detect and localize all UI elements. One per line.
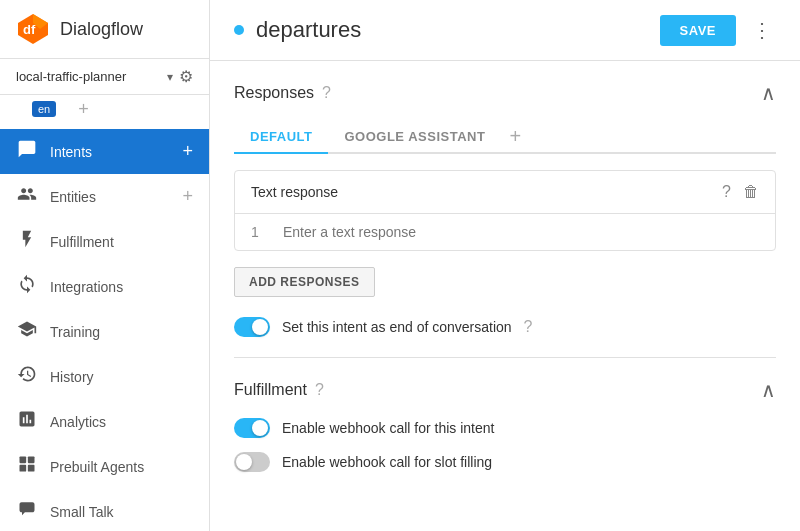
svg-text:df: df [23,22,36,37]
more-options-icon[interactable]: ⋮ [748,14,776,46]
training-label: Training [50,324,193,340]
responses-title-text: Responses [234,84,314,102]
sidebar-item-entities[interactable]: Entities + [0,174,209,219]
language-badge[interactable]: en [32,101,56,117]
fulfillment-section-header: Fulfillment ? ∧ [234,378,776,402]
sidebar-item-integrations[interactable]: Integrations [0,264,209,309]
scrollable-content: Responses ? ∧ DEFAULT GOOGLE ASSISTANT +… [210,61,800,531]
webhook-toggle-track [234,418,270,438]
fulfillment-title-text: Fulfillment [234,381,307,399]
integrations-icon [16,274,38,299]
prebuilt-agents-label: Prebuilt Agents [50,459,193,475]
agent-dropdown-icon[interactable]: ▾ [167,70,173,84]
responses-help-icon[interactable]: ? [322,84,331,102]
slot-filling-toggle-row: Enable webhook call for slot filling [234,452,776,472]
webhook-toggle-thumb [252,420,268,436]
add-tab-icon[interactable]: + [501,121,529,152]
webhook-toggle-label: Enable webhook call for this intent [282,420,494,436]
sidebar: df Dialogflow local-traffic-planner ▾ ⚙ … [0,0,210,531]
main-content-area: departures SAVE ⋮ Responses ? ∧ DEFAULT … [210,0,800,531]
webhook-toggle[interactable] [234,418,270,438]
slot-filling-toggle-label: Enable webhook call for slot filling [282,454,492,470]
slot-filling-toggle-track [234,452,270,472]
sidebar-item-fulfillment[interactable]: Fulfillment [0,219,209,264]
fulfillment-collapse-icon[interactable]: ∧ [761,378,776,402]
fulfillment-icon [16,229,38,254]
add-intent-icon[interactable]: + [182,141,193,162]
page-header: departures SAVE ⋮ [210,0,800,61]
sidebar-item-training[interactable]: Training [0,309,209,354]
intents-icon [16,139,38,164]
training-icon [16,319,38,344]
text-response-card-header: Text response ? 🗑 [235,171,775,214]
intent-status-dot [234,25,244,35]
svg-rect-4 [28,457,35,464]
response-delete-icon[interactable]: 🗑 [743,183,759,201]
sidebar-item-prebuilt-agents[interactable]: Prebuilt Agents [0,444,209,489]
entities-icon [16,184,38,209]
end-conversation-label: Set this intent as end of conversation [282,319,512,335]
dialogflow-logo-icon: df [16,12,50,46]
response-tabs: DEFAULT GOOGLE ASSISTANT + [234,121,776,154]
fulfillment-section: Fulfillment ? ∧ Enable webhook call for … [234,358,776,492]
small-talk-label: Small Talk [50,504,193,520]
integrations-label: Integrations [50,279,193,295]
response-row-number: 1 [251,224,267,240]
add-responses-button[interactable]: ADD RESPONSES [234,267,375,297]
add-entity-icon[interactable]: + [182,186,193,207]
end-conversation-toggle[interactable] [234,317,270,337]
intents-label: Intents [50,144,170,160]
fulfillment-help-icon[interactable]: ? [315,381,324,399]
slot-filling-toggle[interactable] [234,452,270,472]
analytics-label: Analytics [50,414,193,430]
response-help-icon[interactable]: ? [722,183,731,201]
svg-rect-3 [20,457,27,464]
settings-icon[interactable]: ⚙ [179,67,193,86]
history-icon [16,364,38,389]
sidebar-item-analytics[interactable]: Analytics [0,399,209,444]
toggle-track [234,317,270,337]
fulfillment-title: Fulfillment ? [234,381,324,399]
responses-section-header: Responses ? ∧ [234,81,776,105]
text-response-card: Text response ? 🗑 1 [234,170,776,251]
responses-section: Responses ? ∧ DEFAULT GOOGLE ASSISTANT +… [234,61,776,358]
analytics-icon [16,409,38,434]
response-input-row: 1 [235,214,775,250]
responses-collapse-icon[interactable]: ∧ [761,81,776,105]
toggle-thumb [252,319,268,335]
agent-selector[interactable]: local-traffic-planner ▾ ⚙ [0,59,209,95]
tab-default[interactable]: DEFAULT [234,121,328,154]
sidebar-item-small-talk[interactable]: Small Talk [0,489,209,531]
text-response-title: Text response [251,184,338,200]
end-conversation-row: Set this intent as end of conversation ? [234,317,776,337]
logo-area: df Dialogflow [0,0,209,59]
agent-name: local-traffic-planner [16,69,161,84]
small-talk-icon [16,499,38,524]
entities-label: Entities [50,189,170,205]
text-response-input[interactable] [283,224,759,240]
logo-text: Dialogflow [60,19,143,40]
svg-rect-5 [20,465,27,472]
end-conversation-help-icon[interactable]: ? [524,318,533,336]
save-button[interactable]: SAVE [660,15,736,46]
tab-google-assistant[interactable]: GOOGLE ASSISTANT [328,121,501,154]
sidebar-item-intents[interactable]: Intents + [0,129,209,174]
responses-title: Responses ? [234,84,331,102]
sidebar-item-history[interactable]: History [0,354,209,399]
history-label: History [50,369,193,385]
add-language-icon[interactable]: + [78,99,89,120]
response-card-actions: ? 🗑 [722,183,759,201]
svg-rect-6 [28,465,35,472]
fulfillment-label: Fulfillment [50,234,193,250]
slot-filling-toggle-thumb [236,454,252,470]
prebuilt-agents-icon [16,454,38,479]
language-row: en + [0,95,209,129]
webhook-toggle-row: Enable webhook call for this intent [234,418,776,438]
intent-name: departures [256,17,648,43]
